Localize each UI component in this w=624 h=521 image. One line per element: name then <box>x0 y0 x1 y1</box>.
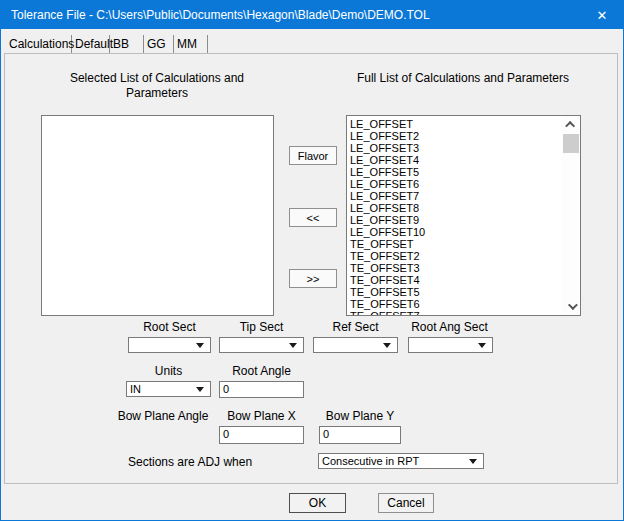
list-item[interactable]: LE_OFFSET4 <box>350 154 562 166</box>
root-sect-label: Root Sect <box>128 320 211 334</box>
ref-sect-combobox[interactable] <box>313 337 398 353</box>
selected-list-box[interactable] <box>41 115 274 316</box>
list-item[interactable]: TE_OFFSET7 <box>350 310 562 315</box>
list-item[interactable]: LE_OFFSET <box>350 118 562 130</box>
root-angle-field[interactable]: 0 <box>219 381 304 398</box>
bow-plane-x-label: Bow Plane X <box>219 409 304 423</box>
full-list-box[interactable]: LE_OFFSETLE_OFFSET2LE_OFFSET3LE_OFFSET4L… <box>346 115 581 316</box>
tab-strip: Calculations Default BB GG MM <box>6 34 208 53</box>
full-list-items: LE_OFFSETLE_OFFSET2LE_OFFSET3LE_OFFSET4L… <box>347 116 562 315</box>
close-button[interactable]: ✕ <box>581 1 623 29</box>
title-bar: Tolerance File - C:\Users\Public\Documen… <box>1 1 623 29</box>
dropdown-arrow-icon <box>289 343 297 348</box>
list-item[interactable]: LE_OFFSET5 <box>350 166 562 178</box>
move-right-button[interactable]: >> <box>289 269 337 288</box>
full-list-header: Full List of Calculations and Parameters <box>353 71 573 86</box>
dropdown-arrow-icon <box>196 343 204 348</box>
list-item[interactable]: LE_OFFSET10 <box>350 226 562 238</box>
dropdown-arrow-icon <box>478 343 486 348</box>
units-label: Units <box>126 364 211 378</box>
move-left-button[interactable]: << <box>289 208 337 227</box>
dropdown-arrow-icon <box>196 387 204 392</box>
list-item[interactable]: LE_OFFSET2 <box>350 130 562 142</box>
root-ang-sect-combobox[interactable] <box>408 337 493 353</box>
tab-bb[interactable]: BB <box>110 35 144 53</box>
tolerance-file-dialog: Tolerance File - C:\Users\Public\Documen… <box>0 0 624 521</box>
root-ang-sect-label: Root Ang Sect <box>406 320 493 334</box>
sections-adj-label: Sections are ADJ when <box>128 455 252 469</box>
bow-plane-angle-label: Bow Plane Angle <box>113 409 213 423</box>
sections-adj-value: Consecutive in RPT <box>322 455 465 468</box>
bow-plane-y-label: Bow Plane Y <box>319 409 401 423</box>
selected-list-header: Selected List of Calculations and Parame… <box>47 71 267 101</box>
units-combobox[interactable]: IN <box>126 381 211 397</box>
close-icon: ✕ <box>597 8 608 23</box>
selected-list-items <box>42 116 255 315</box>
root-angle-label: Root Angle <box>219 364 304 378</box>
tab-mm[interactable]: MM <box>174 35 208 53</box>
list-item[interactable]: TE_OFFSET4 <box>350 274 562 286</box>
units-value: IN <box>130 383 192 396</box>
bow-plane-y-field[interactable]: 0 <box>319 426 401 444</box>
list-item[interactable]: TE_OFFSET5 <box>350 286 562 298</box>
dropdown-arrow-icon <box>469 459 477 464</box>
list-item[interactable]: TE_OFFSET2 <box>350 250 562 262</box>
window-title: Tolerance File - C:\Users\Public\Documen… <box>1 8 430 22</box>
sections-adj-combobox[interactable]: Consecutive in RPT <box>318 453 484 469</box>
tab-calculations[interactable]: Calculations <box>6 35 72 53</box>
tip-sect-combobox[interactable] <box>219 337 304 353</box>
dropdown-arrow-icon <box>383 343 391 348</box>
list-item[interactable]: LE_OFFSET7 <box>350 190 562 202</box>
chevron-up-icon <box>565 121 575 131</box>
list-item[interactable]: TE_OFFSET <box>350 238 562 250</box>
list-item[interactable]: LE_OFFSET9 <box>350 214 562 226</box>
tab-default[interactable]: Default <box>72 35 110 53</box>
scrollbar-thumb[interactable] <box>563 134 579 153</box>
bow-plane-x-field[interactable]: 0 <box>219 426 304 444</box>
tip-sect-label: Tip Sect <box>219 320 304 334</box>
ok-button[interactable]: OK <box>289 493 346 513</box>
cancel-button[interactable]: Cancel <box>378 493 434 513</box>
vertical-scrollbar[interactable] <box>562 116 580 315</box>
flavor-button[interactable]: Flavor <box>289 146 337 165</box>
ref-sect-label: Ref Sect <box>313 320 398 334</box>
list-item[interactable]: LE_OFFSET6 <box>350 178 562 190</box>
root-sect-combobox[interactable] <box>128 337 211 353</box>
list-item[interactable]: LE_OFFSET8 <box>350 202 562 214</box>
scroll-up-button[interactable] <box>562 117 580 132</box>
list-item[interactable]: TE_OFFSET6 <box>350 298 562 310</box>
chevron-down-icon <box>567 300 577 310</box>
list-item[interactable]: TE_OFFSET3 <box>350 262 562 274</box>
scroll-down-button[interactable] <box>562 299 580 314</box>
list-item[interactable]: LE_OFFSET3 <box>350 142 562 154</box>
tab-gg[interactable]: GG <box>144 35 174 53</box>
